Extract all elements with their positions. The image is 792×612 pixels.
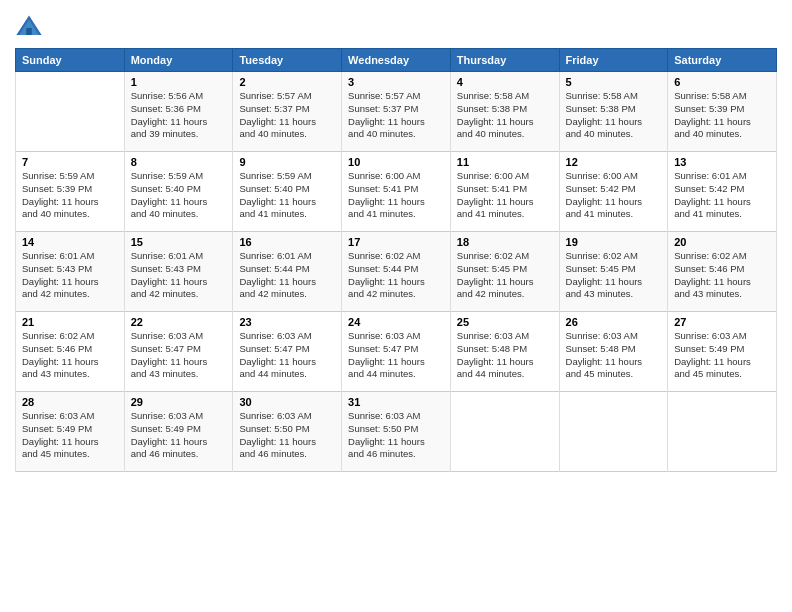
day-info: Sunrise: 6:03 AM Sunset: 5:50 PM Dayligh… — [239, 410, 335, 461]
logo-icon — [15, 14, 43, 42]
calendar-cell: 23Sunrise: 6:03 AM Sunset: 5:47 PM Dayli… — [233, 312, 342, 392]
header-day-friday: Friday — [559, 49, 668, 72]
week-row-4: 21Sunrise: 6:02 AM Sunset: 5:46 PM Dayli… — [16, 312, 777, 392]
header-row: SundayMondayTuesdayWednesdayThursdayFrid… — [16, 49, 777, 72]
day-number: 22 — [131, 316, 227, 328]
calendar-cell — [668, 392, 777, 472]
calendar-cell: 16Sunrise: 6:01 AM Sunset: 5:44 PM Dayli… — [233, 232, 342, 312]
day-info: Sunrise: 6:03 AM Sunset: 5:48 PM Dayligh… — [457, 330, 553, 381]
calendar-cell: 30Sunrise: 6:03 AM Sunset: 5:50 PM Dayli… — [233, 392, 342, 472]
calendar-cell: 1Sunrise: 5:56 AM Sunset: 5:36 PM Daylig… — [124, 72, 233, 152]
day-number: 4 — [457, 76, 553, 88]
day-number: 12 — [566, 156, 662, 168]
day-info: Sunrise: 6:02 AM Sunset: 5:46 PM Dayligh… — [22, 330, 118, 381]
day-info: Sunrise: 6:01 AM Sunset: 5:43 PM Dayligh… — [131, 250, 227, 301]
day-info: Sunrise: 5:57 AM Sunset: 5:37 PM Dayligh… — [348, 90, 444, 141]
calendar-cell: 5Sunrise: 5:58 AM Sunset: 5:38 PM Daylig… — [559, 72, 668, 152]
calendar-cell: 8Sunrise: 5:59 AM Sunset: 5:40 PM Daylig… — [124, 152, 233, 232]
day-info: Sunrise: 5:58 AM Sunset: 5:38 PM Dayligh… — [566, 90, 662, 141]
calendar-body: 1Sunrise: 5:56 AM Sunset: 5:36 PM Daylig… — [16, 72, 777, 472]
calendar-cell — [559, 392, 668, 472]
day-info: Sunrise: 5:58 AM Sunset: 5:39 PM Dayligh… — [674, 90, 770, 141]
day-number: 8 — [131, 156, 227, 168]
day-number: 25 — [457, 316, 553, 328]
day-info: Sunrise: 6:03 AM Sunset: 5:49 PM Dayligh… — [131, 410, 227, 461]
week-row-2: 7Sunrise: 5:59 AM Sunset: 5:39 PM Daylig… — [16, 152, 777, 232]
day-number: 7 — [22, 156, 118, 168]
calendar-cell — [16, 72, 125, 152]
day-info: Sunrise: 6:02 AM Sunset: 5:46 PM Dayligh… — [674, 250, 770, 301]
day-number: 23 — [239, 316, 335, 328]
day-info: Sunrise: 6:02 AM Sunset: 5:45 PM Dayligh… — [566, 250, 662, 301]
header-day-saturday: Saturday — [668, 49, 777, 72]
day-number: 20 — [674, 236, 770, 248]
header-day-wednesday: Wednesday — [342, 49, 451, 72]
day-number: 21 — [22, 316, 118, 328]
day-info: Sunrise: 6:01 AM Sunset: 5:44 PM Dayligh… — [239, 250, 335, 301]
calendar-cell: 14Sunrise: 6:01 AM Sunset: 5:43 PM Dayli… — [16, 232, 125, 312]
header-day-thursday: Thursday — [450, 49, 559, 72]
week-row-1: 1Sunrise: 5:56 AM Sunset: 5:36 PM Daylig… — [16, 72, 777, 152]
day-number: 9 — [239, 156, 335, 168]
day-info: Sunrise: 6:01 AM Sunset: 5:42 PM Dayligh… — [674, 170, 770, 221]
calendar-cell — [450, 392, 559, 472]
header-day-sunday: Sunday — [16, 49, 125, 72]
calendar-cell: 13Sunrise: 6:01 AM Sunset: 5:42 PM Dayli… — [668, 152, 777, 232]
calendar-cell: 11Sunrise: 6:00 AM Sunset: 5:41 PM Dayli… — [450, 152, 559, 232]
week-row-3: 14Sunrise: 6:01 AM Sunset: 5:43 PM Dayli… — [16, 232, 777, 312]
header-day-tuesday: Tuesday — [233, 49, 342, 72]
day-number: 11 — [457, 156, 553, 168]
calendar-cell: 10Sunrise: 6:00 AM Sunset: 5:41 PM Dayli… — [342, 152, 451, 232]
calendar-cell: 20Sunrise: 6:02 AM Sunset: 5:46 PM Dayli… — [668, 232, 777, 312]
calendar-cell: 26Sunrise: 6:03 AM Sunset: 5:48 PM Dayli… — [559, 312, 668, 392]
calendar-cell: 21Sunrise: 6:02 AM Sunset: 5:46 PM Dayli… — [16, 312, 125, 392]
day-info: Sunrise: 5:59 AM Sunset: 5:40 PM Dayligh… — [131, 170, 227, 221]
day-number: 29 — [131, 396, 227, 408]
logo — [15, 14, 46, 42]
calendar-cell: 31Sunrise: 6:03 AM Sunset: 5:50 PM Dayli… — [342, 392, 451, 472]
day-number: 2 — [239, 76, 335, 88]
calendar-cell: 12Sunrise: 6:00 AM Sunset: 5:42 PM Dayli… — [559, 152, 668, 232]
calendar-cell: 28Sunrise: 6:03 AM Sunset: 5:49 PM Dayli… — [16, 392, 125, 472]
day-number: 24 — [348, 316, 444, 328]
day-number: 13 — [674, 156, 770, 168]
header-day-monday: Monday — [124, 49, 233, 72]
day-number: 15 — [131, 236, 227, 248]
day-number: 30 — [239, 396, 335, 408]
day-number: 17 — [348, 236, 444, 248]
calendar-cell: 27Sunrise: 6:03 AM Sunset: 5:49 PM Dayli… — [668, 312, 777, 392]
day-number: 1 — [131, 76, 227, 88]
day-number: 26 — [566, 316, 662, 328]
page: SundayMondayTuesdayWednesdayThursdayFrid… — [0, 0, 792, 612]
calendar-cell: 9Sunrise: 5:59 AM Sunset: 5:40 PM Daylig… — [233, 152, 342, 232]
day-number: 5 — [566, 76, 662, 88]
day-info: Sunrise: 5:57 AM Sunset: 5:37 PM Dayligh… — [239, 90, 335, 141]
day-info: Sunrise: 6:03 AM Sunset: 5:48 PM Dayligh… — [566, 330, 662, 381]
day-number: 14 — [22, 236, 118, 248]
day-info: Sunrise: 6:03 AM Sunset: 5:49 PM Dayligh… — [22, 410, 118, 461]
day-info: Sunrise: 6:02 AM Sunset: 5:45 PM Dayligh… — [457, 250, 553, 301]
calendar-cell: 29Sunrise: 6:03 AM Sunset: 5:49 PM Dayli… — [124, 392, 233, 472]
calendar-cell: 18Sunrise: 6:02 AM Sunset: 5:45 PM Dayli… — [450, 232, 559, 312]
day-number: 31 — [348, 396, 444, 408]
day-number: 3 — [348, 76, 444, 88]
day-info: Sunrise: 5:59 AM Sunset: 5:39 PM Dayligh… — [22, 170, 118, 221]
calendar-cell: 19Sunrise: 6:02 AM Sunset: 5:45 PM Dayli… — [559, 232, 668, 312]
calendar-cell: 15Sunrise: 6:01 AM Sunset: 5:43 PM Dayli… — [124, 232, 233, 312]
day-info: Sunrise: 5:56 AM Sunset: 5:36 PM Dayligh… — [131, 90, 227, 141]
day-info: Sunrise: 6:02 AM Sunset: 5:44 PM Dayligh… — [348, 250, 444, 301]
calendar-cell: 22Sunrise: 6:03 AM Sunset: 5:47 PM Dayli… — [124, 312, 233, 392]
calendar-cell: 17Sunrise: 6:02 AM Sunset: 5:44 PM Dayli… — [342, 232, 451, 312]
day-info: Sunrise: 6:03 AM Sunset: 5:47 PM Dayligh… — [239, 330, 335, 381]
day-info: Sunrise: 6:03 AM Sunset: 5:47 PM Dayligh… — [348, 330, 444, 381]
day-number: 18 — [457, 236, 553, 248]
day-number: 10 — [348, 156, 444, 168]
day-info: Sunrise: 6:03 AM Sunset: 5:47 PM Dayligh… — [131, 330, 227, 381]
day-number: 28 — [22, 396, 118, 408]
calendar-cell: 24Sunrise: 6:03 AM Sunset: 5:47 PM Dayli… — [342, 312, 451, 392]
day-info: Sunrise: 6:00 AM Sunset: 5:42 PM Dayligh… — [566, 170, 662, 221]
day-info: Sunrise: 6:00 AM Sunset: 5:41 PM Dayligh… — [457, 170, 553, 221]
day-info: Sunrise: 5:59 AM Sunset: 5:40 PM Dayligh… — [239, 170, 335, 221]
calendar-cell: 6Sunrise: 5:58 AM Sunset: 5:39 PM Daylig… — [668, 72, 777, 152]
calendar-cell: 2Sunrise: 5:57 AM Sunset: 5:37 PM Daylig… — [233, 72, 342, 152]
